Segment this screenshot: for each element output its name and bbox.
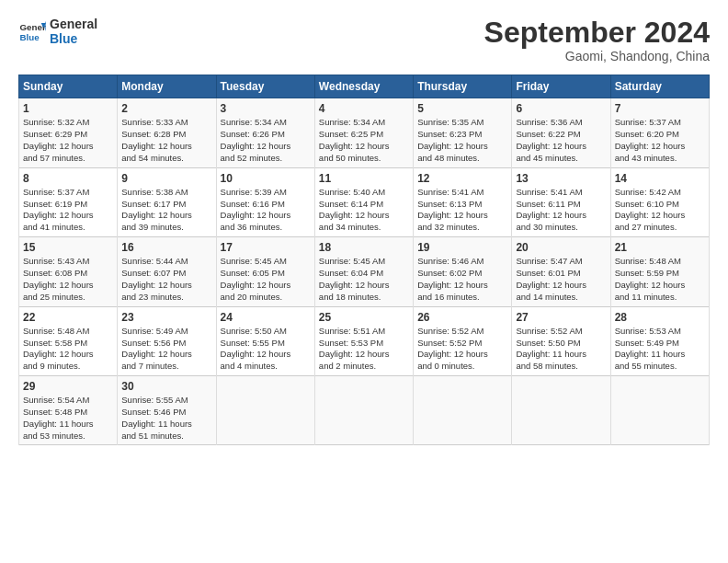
day-info-line: Sunrise: 5:37 AM <box>615 117 705 129</box>
day-info-line: Sunset: 6:07 PM <box>121 268 211 280</box>
day-number: 14 <box>615 171 705 186</box>
logo: General Blue General Blue <box>18 17 97 46</box>
day-cell: 23Sunrise: 5:49 AMSunset: 5:56 PMDayligh… <box>118 306 216 375</box>
day-info-line: Daylight: 12 hours <box>319 141 409 153</box>
day-info-line: and 7 minutes. <box>121 361 211 373</box>
day-number: 3 <box>221 101 311 116</box>
day-cell: 28Sunrise: 5:53 AMSunset: 5:49 PMDayligh… <box>610 306 709 375</box>
day-cell: 10Sunrise: 5:39 AMSunset: 6:16 PMDayligh… <box>216 167 314 236</box>
day-number: 26 <box>417 310 507 325</box>
day-info-line: Sunrise: 5:34 AM <box>319 117 409 129</box>
day-info-line: Sunset: 6:05 PM <box>221 268 311 280</box>
logo-line1: General <box>50 17 97 31</box>
day-info-line: and 41 minutes. <box>23 222 113 234</box>
day-cell: 19Sunrise: 5:46 AMSunset: 6:02 PMDayligh… <box>414 237 512 306</box>
day-cell: 4Sunrise: 5:34 AMSunset: 6:25 PMDaylight… <box>314 98 413 167</box>
day-cell: 25Sunrise: 5:51 AMSunset: 5:53 PMDayligh… <box>314 306 413 375</box>
day-info-line: Daylight: 12 hours <box>221 349 311 361</box>
day-info-line: Sunrise: 5:41 AM <box>417 187 507 199</box>
day-info-line: Sunset: 6:10 PM <box>615 199 705 211</box>
day-info-line: Sunset: 6:04 PM <box>319 268 409 280</box>
day-info-line: Sunset: 5:49 PM <box>615 338 705 350</box>
day-info-line: and 11 minutes. <box>615 292 705 304</box>
day-cell: 30Sunrise: 5:55 AMSunset: 5:46 PMDayligh… <box>118 375 216 444</box>
day-cell: 14Sunrise: 5:42 AMSunset: 6:10 PMDayligh… <box>610 167 709 236</box>
day-info-line: and 16 minutes. <box>417 292 507 304</box>
day-number: 6 <box>516 101 606 116</box>
day-number: 22 <box>23 310 113 325</box>
day-info-line: Sunrise: 5:39 AM <box>221 187 311 199</box>
day-cell: 15Sunrise: 5:43 AMSunset: 6:08 PMDayligh… <box>19 237 118 306</box>
day-cell: 2Sunrise: 5:33 AMSunset: 6:28 PMDaylight… <box>118 98 216 167</box>
week-row-3: 15Sunrise: 5:43 AMSunset: 6:08 PMDayligh… <box>19 237 710 306</box>
day-info-line: and 50 minutes. <box>319 153 409 165</box>
day-info-line: and 25 minutes. <box>23 292 113 304</box>
day-info-line: and 52 minutes. <box>221 153 311 165</box>
day-cell <box>314 375 413 444</box>
day-info-line: Sunset: 5:59 PM <box>615 268 705 280</box>
day-info-line: and 36 minutes. <box>221 222 311 234</box>
day-info-line: Daylight: 12 hours <box>319 349 409 361</box>
day-info-line: Sunset: 5:55 PM <box>221 338 311 350</box>
day-info-line: and 0 minutes. <box>417 361 507 373</box>
day-number: 27 <box>516 310 606 325</box>
day-info-line: Sunrise: 5:53 AM <box>615 326 705 338</box>
day-cell: 11Sunrise: 5:40 AMSunset: 6:14 PMDayligh… <box>314 167 413 236</box>
day-cell: 6Sunrise: 5:36 AMSunset: 6:22 PMDaylight… <box>512 98 610 167</box>
day-number: 15 <box>23 240 113 255</box>
day-cell <box>414 375 512 444</box>
day-number: 17 <box>221 240 311 255</box>
day-info-line: and 20 minutes. <box>221 292 311 304</box>
day-number: 12 <box>417 171 507 186</box>
day-info-line: Daylight: 12 hours <box>221 280 311 292</box>
day-cell: 17Sunrise: 5:45 AMSunset: 6:05 PMDayligh… <box>216 237 314 306</box>
day-info-line: and 2 minutes. <box>319 361 409 373</box>
day-info-line: Daylight: 12 hours <box>417 210 507 222</box>
day-info-line: Sunset: 6:14 PM <box>319 199 409 211</box>
day-info-line: Sunset: 6:25 PM <box>319 129 409 141</box>
day-info-line: Daylight: 12 hours <box>121 349 211 361</box>
day-number: 29 <box>23 379 113 394</box>
day-info-line: and 51 minutes. <box>121 431 211 442</box>
day-info-line: Daylight: 11 hours <box>23 419 113 431</box>
svg-text:Blue: Blue <box>20 32 40 42</box>
day-info-line: Daylight: 12 hours <box>516 280 606 292</box>
day-number: 19 <box>417 240 507 255</box>
day-number: 28 <box>615 310 705 325</box>
day-info-line: Sunrise: 5:40 AM <box>319 187 409 199</box>
day-info-line: Sunrise: 5:52 AM <box>516 326 606 338</box>
header-saturday: Saturday <box>610 75 709 98</box>
header-friday: Friday <box>512 75 610 98</box>
day-info-line: Sunrise: 5:51 AM <box>319 326 409 338</box>
week-row-5: 29Sunrise: 5:54 AMSunset: 5:48 PMDayligh… <box>19 375 710 444</box>
day-number: 11 <box>319 171 409 186</box>
day-number: 7 <box>615 101 705 116</box>
header-monday: Monday <box>118 75 216 98</box>
day-info-line: Daylight: 12 hours <box>23 210 113 222</box>
day-info-line: Daylight: 11 hours <box>615 349 705 361</box>
day-info-line: Sunset: 6:20 PM <box>615 129 705 141</box>
day-info-line: and 57 minutes. <box>23 153 113 165</box>
day-cell: 7Sunrise: 5:37 AMSunset: 6:20 PMDaylight… <box>610 98 709 167</box>
title-block: September 2024 Gaomi, Shandong, China <box>484 17 710 63</box>
day-info-line: and 14 minutes. <box>516 292 606 304</box>
day-info-line: Sunrise: 5:47 AM <box>516 256 606 268</box>
day-info-line: Daylight: 12 hours <box>23 280 113 292</box>
day-info-line: Daylight: 12 hours <box>615 141 705 153</box>
day-info-line: and 43 minutes. <box>615 153 705 165</box>
day-number: 13 <box>516 171 606 186</box>
day-cell: 3Sunrise: 5:34 AMSunset: 6:26 PMDaylight… <box>216 98 314 167</box>
day-info-line: Sunrise: 5:38 AM <box>121 187 211 199</box>
day-info-line: Sunrise: 5:55 AM <box>121 395 211 407</box>
day-info-line: and 9 minutes. <box>23 361 113 373</box>
day-info-line: Sunset: 6:28 PM <box>121 129 211 141</box>
day-cell: 5Sunrise: 5:35 AMSunset: 6:23 PMDaylight… <box>414 98 512 167</box>
page-header: General Blue General Blue September 2024… <box>18 17 710 63</box>
day-info-line: and 39 minutes. <box>121 222 211 234</box>
day-info-line: Sunrise: 5:35 AM <box>417 117 507 129</box>
day-info-line: Daylight: 12 hours <box>121 280 211 292</box>
day-info-line: and 55 minutes. <box>615 361 705 373</box>
day-cell <box>512 375 610 444</box>
day-info-line: Daylight: 12 hours <box>121 210 211 222</box>
week-row-2: 8Sunrise: 5:37 AMSunset: 6:19 PMDaylight… <box>19 167 710 236</box>
